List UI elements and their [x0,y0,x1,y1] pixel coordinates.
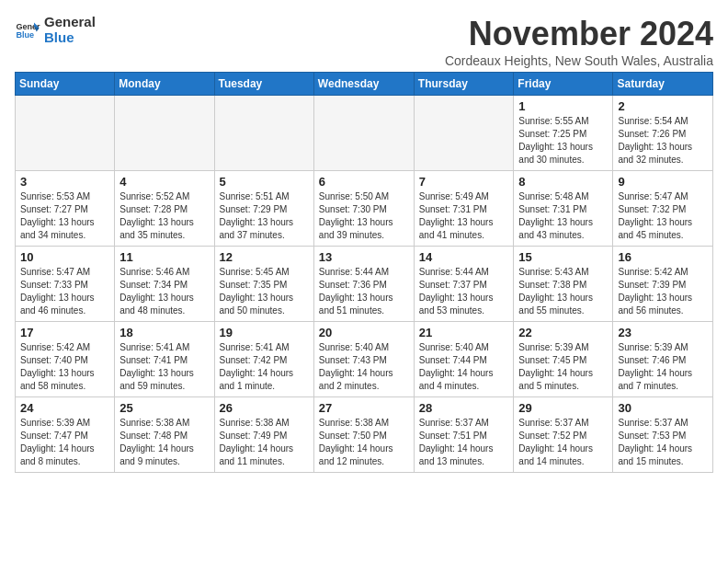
col-header-thursday: Thursday [414,73,514,96]
day-detail: Sunrise: 5:51 AM Sunset: 7:29 PM Dayligh… [220,190,309,242]
day-detail: Sunrise: 5:54 AM Sunset: 7:26 PM Dayligh… [618,115,708,167]
calendar-cell: 18Sunrise: 5:41 AM Sunset: 7:41 PM Dayli… [115,322,214,397]
col-header-sunday: Sunday [16,73,115,96]
day-number: 25 [119,401,209,415]
day-number: 13 [319,250,409,264]
calendar-cell: 14Sunrise: 5:44 AM Sunset: 7:37 PM Dayli… [414,247,514,322]
day-number: 16 [618,250,708,264]
day-number: 21 [419,326,509,339]
calendar-cell [313,96,414,171]
day-number: 22 [518,326,608,339]
calendar-cell: 13Sunrise: 5:44 AM Sunset: 7:36 PM Dayli… [313,247,414,322]
day-detail: Sunrise: 5:38 AM Sunset: 7:50 PM Dayligh… [319,417,409,468]
day-detail: Sunrise: 5:49 AM Sunset: 7:31 PM Dayligh… [419,190,509,242]
calendar-cell: 29Sunrise: 5:37 AM Sunset: 7:52 PM Dayli… [514,397,613,473]
calendar-cell: 24Sunrise: 5:39 AM Sunset: 7:47 PM Dayli… [16,397,115,473]
calendar-cell: 22Sunrise: 5:39 AM Sunset: 7:45 PM Dayli… [514,322,613,397]
svg-text:Blue: Blue [16,30,34,40]
day-number: 15 [518,250,608,264]
logo-icon: General Blue [15,17,40,43]
day-number: 29 [518,401,608,415]
day-detail: Sunrise: 5:47 AM Sunset: 7:33 PM Dayligh… [20,266,109,317]
day-number: 14 [419,250,509,264]
calendar-cell: 16Sunrise: 5:42 AM Sunset: 7:39 PM Dayli… [613,247,713,322]
day-detail: Sunrise: 5:44 AM Sunset: 7:36 PM Dayligh… [319,266,409,317]
day-detail: Sunrise: 5:37 AM Sunset: 7:53 PM Dayligh… [618,417,708,468]
day-number: 6 [319,175,409,189]
day-number: 3 [20,175,109,189]
calendar-cell: 9Sunrise: 5:47 AM Sunset: 7:32 PM Daylig… [613,171,713,247]
day-detail: Sunrise: 5:39 AM Sunset: 7:45 PM Dayligh… [518,341,608,393]
day-number: 8 [518,175,608,189]
day-detail: Sunrise: 5:38 AM Sunset: 7:49 PM Dayligh… [220,417,309,468]
calendar-cell [16,96,115,171]
calendar-cell: 28Sunrise: 5:37 AM Sunset: 7:51 PM Dayli… [414,397,514,473]
day-detail: Sunrise: 5:44 AM Sunset: 7:37 PM Dayligh… [419,266,509,317]
calendar-cell: 11Sunrise: 5:46 AM Sunset: 7:34 PM Dayli… [115,247,214,322]
calendar-cell: 7Sunrise: 5:49 AM Sunset: 7:31 PM Daylig… [414,171,514,247]
day-detail: Sunrise: 5:43 AM Sunset: 7:38 PM Dayligh… [518,266,608,317]
calendar-cell [214,96,313,171]
title-block: November 2024 Cordeaux Heights, New Sout… [445,15,713,68]
day-detail: Sunrise: 5:38 AM Sunset: 7:48 PM Dayligh… [119,417,209,468]
calendar-cell: 10Sunrise: 5:47 AM Sunset: 7:33 PM Dayli… [16,247,115,322]
location: Cordeaux Heights, New South Wales, Austr… [445,53,713,68]
day-number: 10 [20,250,109,264]
day-number: 1 [518,99,608,113]
calendar-week-4: 17Sunrise: 5:42 AM Sunset: 7:40 PM Dayli… [16,322,713,397]
day-detail: Sunrise: 5:45 AM Sunset: 7:35 PM Dayligh… [220,266,309,317]
col-header-tuesday: Tuesday [214,73,313,96]
day-number: 12 [220,250,309,264]
calendar-cell: 19Sunrise: 5:41 AM Sunset: 7:42 PM Dayli… [214,322,313,397]
day-detail: Sunrise: 5:41 AM Sunset: 7:41 PM Dayligh… [119,341,209,393]
day-number: 2 [618,99,708,113]
day-number: 26 [220,401,309,415]
col-header-saturday: Saturday [613,73,713,96]
day-number: 24 [20,401,109,415]
calendar-cell: 12Sunrise: 5:45 AM Sunset: 7:35 PM Dayli… [214,247,313,322]
calendar-week-3: 10Sunrise: 5:47 AM Sunset: 7:33 PM Dayli… [16,247,713,322]
col-header-wednesday: Wednesday [313,73,414,96]
logo: General Blue General Blue [15,15,96,45]
day-number: 4 [119,175,209,189]
calendar-week-5: 24Sunrise: 5:39 AM Sunset: 7:47 PM Dayli… [16,397,713,473]
page-header: General Blue General Blue November 2024 … [15,15,713,68]
day-detail: Sunrise: 5:55 AM Sunset: 7:25 PM Dayligh… [518,115,608,167]
day-detail: Sunrise: 5:37 AM Sunset: 7:51 PM Dayligh… [419,417,509,468]
calendar-cell: 5Sunrise: 5:51 AM Sunset: 7:29 PM Daylig… [214,171,313,247]
day-detail: Sunrise: 5:42 AM Sunset: 7:39 PM Dayligh… [618,266,708,317]
day-detail: Sunrise: 5:40 AM Sunset: 7:44 PM Dayligh… [419,341,509,393]
calendar-cell: 25Sunrise: 5:38 AM Sunset: 7:48 PM Dayli… [115,397,214,473]
day-detail: Sunrise: 5:47 AM Sunset: 7:32 PM Dayligh… [618,190,708,242]
calendar-cell: 20Sunrise: 5:40 AM Sunset: 7:43 PM Dayli… [313,322,414,397]
calendar-week-2: 3Sunrise: 5:53 AM Sunset: 7:27 PM Daylig… [16,171,713,247]
calendar-week-1: 1Sunrise: 5:55 AM Sunset: 7:25 PM Daylig… [16,96,713,171]
calendar-cell [115,96,214,171]
logo-line1: General [44,15,96,30]
day-number: 11 [119,250,209,264]
day-detail: Sunrise: 5:42 AM Sunset: 7:40 PM Dayligh… [20,341,109,393]
calendar-cell [414,96,514,171]
day-detail: Sunrise: 5:40 AM Sunset: 7:43 PM Dayligh… [319,341,409,393]
col-header-monday: Monday [115,73,214,96]
day-detail: Sunrise: 5:50 AM Sunset: 7:30 PM Dayligh… [319,190,409,242]
day-number: 19 [220,326,309,339]
calendar-cell: 1Sunrise: 5:55 AM Sunset: 7:25 PM Daylig… [514,96,613,171]
logo-line2: Blue [44,30,96,46]
day-number: 17 [20,326,109,339]
day-detail: Sunrise: 5:41 AM Sunset: 7:42 PM Dayligh… [220,341,309,393]
day-number: 28 [419,401,509,415]
day-number: 7 [419,175,509,189]
col-header-friday: Friday [514,73,613,96]
day-number: 18 [119,326,209,339]
calendar-cell: 6Sunrise: 5:50 AM Sunset: 7:30 PM Daylig… [313,171,414,247]
calendar-cell: 2Sunrise: 5:54 AM Sunset: 7:26 PM Daylig… [613,96,713,171]
calendar-cell: 3Sunrise: 5:53 AM Sunset: 7:27 PM Daylig… [16,171,115,247]
day-number: 9 [618,175,708,189]
calendar-header: SundayMondayTuesdayWednesdayThursdayFrid… [16,73,713,96]
calendar-cell: 15Sunrise: 5:43 AM Sunset: 7:38 PM Dayli… [514,247,613,322]
calendar-cell: 23Sunrise: 5:39 AM Sunset: 7:46 PM Dayli… [613,322,713,397]
day-detail: Sunrise: 5:39 AM Sunset: 7:47 PM Dayligh… [20,417,109,468]
day-detail: Sunrise: 5:37 AM Sunset: 7:52 PM Dayligh… [518,417,608,468]
day-detail: Sunrise: 5:39 AM Sunset: 7:46 PM Dayligh… [618,341,708,393]
